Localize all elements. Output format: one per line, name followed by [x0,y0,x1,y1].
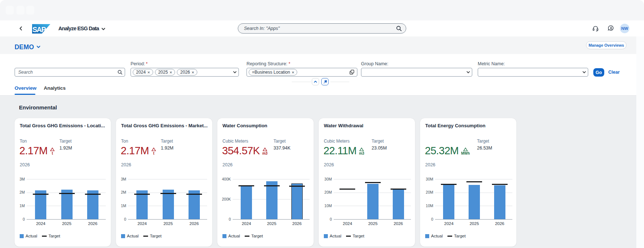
svg-text:SAP: SAP [32,26,46,34]
